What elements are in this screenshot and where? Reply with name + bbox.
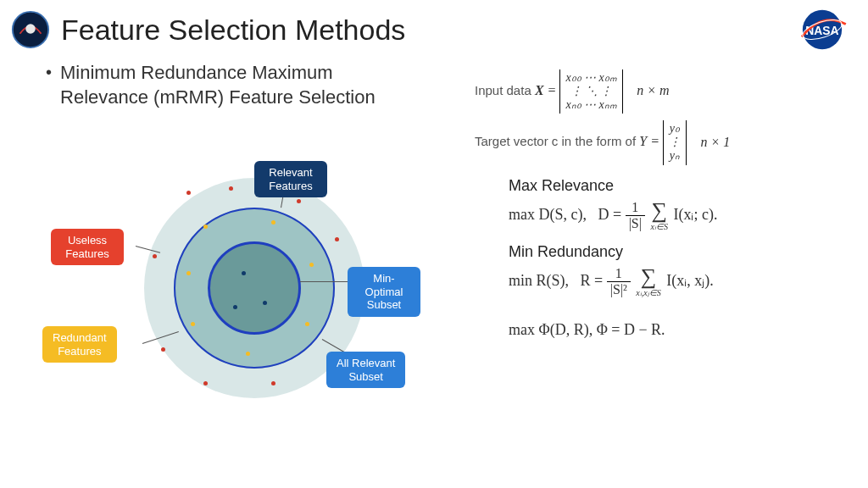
max-relevance-formula: max D(S, c), D = 1|S| ∑xᵢ∈S I(xᵢ; c). (509, 200, 848, 231)
svg-text:NASA: NASA (805, 24, 838, 37)
tag-redundant: RedundantFeatures (42, 326, 117, 363)
tag-minopt: Min-OptimalSubset (348, 267, 420, 317)
max-relevance-heading: Max Relevance (509, 177, 848, 195)
tag-useless: UselessFeatures (51, 229, 124, 265)
slide-title: Feature Selection Methods (61, 14, 797, 47)
min-redundancy-formula: min R(S), R = 1|S|² ∑xᵢ,xⱼ∈S I(xᵢ, xⱼ). (509, 266, 848, 297)
mission-patch-logo (10, 9, 51, 50)
feature-sets-diagram: RelevantFeatures UselessFeatures Redunda… (34, 161, 407, 466)
tag-relevant: RelevantFeatures (254, 161, 327, 197)
bullet-marker: • (46, 61, 52, 109)
svg-point-2 (25, 24, 36, 34)
combined-objective-formula: max Φ(D, R), Φ = D − R. (509, 321, 848, 339)
input-data-definition: Input data X = x₀₀ ⋯ x₀ₘ ⋮ ⋱ ⋮ xₙ₀ ⋯ xₙₘ… (475, 69, 848, 114)
tag-allrel: All RelevantSubset (326, 352, 405, 388)
nasa-logo: NASA (797, 8, 848, 51)
bullet-text: Minimum Redundance Maximum Relevance (mR… (60, 61, 425, 109)
min-redundancy-heading: Min Redundancy (509, 243, 848, 261)
target-vector-definition: Target vector c in the form of Y = y₀ ⋮ … (475, 120, 848, 164)
